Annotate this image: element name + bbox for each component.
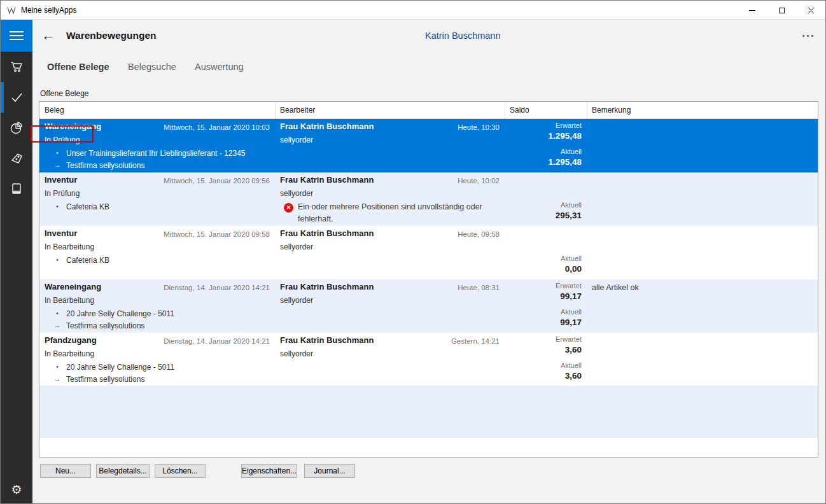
expected-value: 99,17: [505, 291, 582, 301]
hamburger-icon: [10, 31, 24, 32]
app-logo-icon: [6, 5, 17, 15]
journal-button[interactable]: Journal...: [304, 464, 355, 478]
arrow-icon: →: [52, 161, 62, 169]
doc-status: In Prüfung: [45, 189, 80, 198]
empty-stripe: [39, 386, 818, 438]
settings-button[interactable]: ⚙: [1, 474, 32, 504]
editor-app: sellyorder: [280, 242, 313, 251]
minimize-icon: [749, 10, 755, 11]
open-documents-table: Beleg Bearbeiter Saldo Bemerkung Warenei…: [39, 101, 818, 458]
expected-label: Erwartet: [505, 335, 582, 343]
doc-partner: 20 Jahre Selly Challenge - 5011: [66, 309, 174, 318]
doc-firm: Testfirma sellysolutions: [66, 321, 144, 330]
table-row[interactable]: Wareneingang Dienstag, 14. Januar 2020 1…: [39, 279, 818, 333]
actual-label: Aktuell: [505, 308, 582, 316]
check-icon: [10, 90, 24, 104]
doc-firm: Testfirma sellysolutions: [66, 161, 144, 170]
tag-icon: [10, 151, 24, 165]
close-icon: [808, 7, 815, 14]
sidebar-item-shop[interactable]: [1, 52, 32, 82]
actual-label: Aktuell: [505, 201, 582, 209]
belegdetails-button[interactable]: Belegdetails...: [96, 464, 150, 478]
actual-label: Aktuell: [505, 148, 582, 155]
loeschen-button[interactable]: Löschen...: [155, 464, 206, 478]
actual-label: Aktuell: [505, 361, 582, 369]
editor-name: Frau Katrin Buschmann: [280, 122, 374, 131]
menu-button[interactable]: [1, 20, 32, 52]
doc-partner: Cafeteria KB: [66, 202, 109, 211]
page-title: Warenbewegungen: [66, 30, 157, 41]
table-row[interactable]: Pfandzugang Dienstag, 14. Januar 2020 14…: [39, 333, 818, 386]
column-header-beleg[interactable]: Beleg: [45, 106, 64, 115]
editor-app: sellyorder: [280, 136, 313, 144]
edit-time: Gestern, 14:21: [370, 337, 500, 345]
edit-time: Heute, 10:30: [370, 123, 500, 131]
editor-name: Frau Katrin Buschmann: [280, 335, 374, 345]
bullet-icon: •: [52, 310, 62, 317]
window-title: Meine sellyApps: [21, 6, 76, 15]
arrow-icon: →: [52, 321, 62, 329]
pie-chart-icon: [10, 121, 24, 135]
editor-name: Frau Katrin Buschmann: [280, 228, 374, 238]
doc-type: Wareneingang: [45, 122, 101, 131]
editor-name: Frau Katrin Buschmann: [280, 282, 374, 291]
doc-date: Dienstag, 14. Januar 2020 14:21: [135, 284, 270, 291]
actual-value: 99,17: [505, 318, 582, 327]
tab-belegsuche[interactable]: Belegsuche: [128, 62, 176, 72]
sidebar-item-journal[interactable]: [1, 174, 32, 204]
bullet-icon: •: [52, 150, 62, 157]
error-message: Ein oder mehrere Positionen sind unvolls…: [298, 201, 490, 225]
remark-text: alle Artikel ok: [592, 283, 639, 292]
doc-partner: Unser Trainingslieferant Ihr Lieblingsli…: [66, 149, 246, 158]
bullet-icon: •: [52, 203, 62, 210]
title-bar: Meine sellyApps: [1, 1, 825, 20]
doc-date: Mittwoch, 15. Januar 2020 09:58: [135, 230, 270, 238]
user-name[interactable]: Katrin Buschmann: [425, 31, 500, 41]
doc-date: Dienstag, 14. Januar 2020 14:21: [135, 337, 270, 345]
edit-time: Heute, 08:31: [370, 284, 500, 291]
minimize-button[interactable]: [738, 1, 767, 20]
neu-button[interactable]: Neu...: [40, 464, 91, 478]
actual-label: Aktuell: [505, 255, 582, 262]
table-row[interactable]: Wareneingang Mittwoch, 15. Januar 2020 1…: [39, 119, 818, 172]
editor-name: Frau Katrin Buschmann: [280, 175, 374, 185]
ellipsis-icon: •••: [802, 32, 816, 39]
editor-app: sellyorder: [280, 296, 313, 305]
actual-value: 0,00: [505, 264, 582, 274]
bullet-icon: •: [52, 363, 62, 370]
table-body: Wareneingang Mittwoch, 15. Januar 2020 1…: [39, 119, 818, 386]
maximize-icon: [779, 8, 785, 13]
section-label: Offene Belege: [40, 89, 89, 98]
eigenschaften-button[interactable]: Eigenschaften...: [241, 464, 297, 478]
column-header-bemerkung[interactable]: Bemerkung: [592, 106, 631, 115]
doc-status: In Prüfung: [45, 136, 80, 144]
edit-time: Heute, 10:02: [370, 177, 500, 185]
doc-status: In Bearbeitung: [45, 349, 94, 358]
tab-offene-belege[interactable]: Offene Belege: [47, 62, 109, 72]
column-header-bearbeiter[interactable]: Bearbeiter: [280, 106, 315, 115]
close-button[interactable]: [796, 1, 825, 20]
more-button[interactable]: •••: [797, 29, 820, 43]
sidebar: ⚙: [1, 20, 32, 504]
table-row[interactable]: Inventur Mittwoch, 15. Januar 2020 09:56…: [39, 172, 818, 226]
actual-value: 1.295,48: [505, 157, 582, 167]
sidebar-item-angebote[interactable]: [1, 143, 32, 174]
tab-auswertung[interactable]: Auswertung: [195, 62, 244, 72]
doc-type: Inventur: [45, 175, 77, 185]
maximize-button[interactable]: [767, 1, 796, 20]
doc-type: Pfandzugang: [45, 335, 97, 345]
bullet-icon: •: [52, 256, 62, 263]
doc-status: In Bearbeitung: [45, 296, 94, 305]
actual-value: 3,60: [505, 371, 582, 381]
actual-value: 295,31: [505, 211, 582, 220]
expected-value: 1.295,48: [505, 131, 582, 141]
table-row[interactable]: Inventur Mittwoch, 15. Januar 2020 09:58…: [39, 226, 818, 279]
column-header-saldo[interactable]: Saldo: [510, 106, 529, 115]
sidebar-item-belege[interactable]: [1, 82, 32, 113]
doc-type: Inventur: [45, 228, 77, 238]
expected-label: Erwartet: [505, 282, 582, 290]
back-button[interactable]: ←: [40, 27, 57, 45]
sidebar-item-auswertung[interactable]: [1, 113, 32, 143]
doc-type: Wareneingang: [45, 282, 101, 291]
cart-icon: [10, 60, 24, 74]
